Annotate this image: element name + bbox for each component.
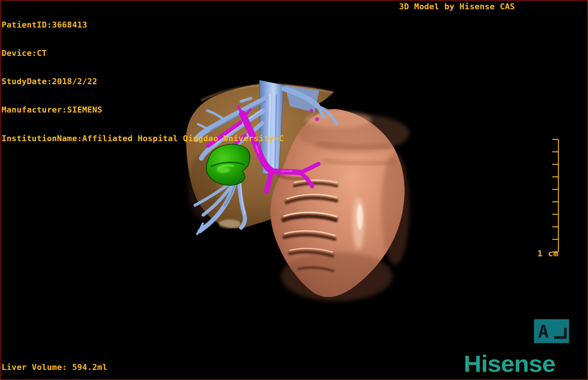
study-date-line: StudyDate:2018/2/22 xyxy=(1,77,284,86)
device-line: Device:CT xyxy=(1,48,284,58)
corner-arrow-icon xyxy=(553,326,567,340)
scale-bar-ticks xyxy=(552,139,558,252)
scale-bar xyxy=(552,139,559,252)
institution-line: InstitutionName:Affiliated Hospital Qing… xyxy=(1,134,284,143)
liver-volume-readout: Liver Volume: 594.2ml xyxy=(1,362,107,372)
scale-bar-label: 1 cm xyxy=(537,249,559,258)
viewer-window: PatientID:3668413 Device:CT StudyDate:20… xyxy=(0,0,588,380)
orientation-letter: A xyxy=(538,323,549,340)
orientation-marker[interactable]: A xyxy=(534,319,569,343)
manufacturer-line: Manufacturer:SIEMENS xyxy=(1,105,284,114)
patient-id-line: PatientID:3668413 xyxy=(1,20,284,29)
patient-info: PatientID:3668413 Device:CT StudyDate:20… xyxy=(1,1,284,162)
hisense-logo: Hisense xyxy=(464,350,555,377)
app-title: 3D Model by Hisense CAS xyxy=(399,2,515,11)
